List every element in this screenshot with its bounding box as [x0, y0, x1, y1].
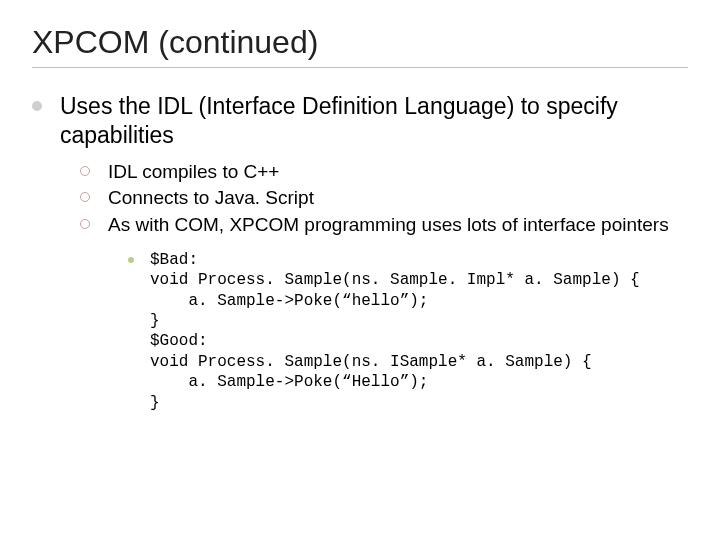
code-text: $Bad: void Process. Sample(ns. Sample. I… [150, 250, 640, 414]
level2-list: IDL compiles to C++ Connects to Java. Sc… [80, 160, 688, 238]
list-item: Connects to Java. Script [80, 186, 688, 211]
code-block: $Bad: void Process. Sample(ns. Sample. I… [128, 250, 688, 414]
code-line: $Bad: [150, 251, 198, 269]
code-line: void Process. Sample(ns. Sample. Impl* a… [150, 271, 640, 289]
list-item: As with COM, XPCOM programming uses lots… [80, 213, 688, 238]
level2-text: IDL compiles to C++ [108, 160, 279, 185]
level1-text: Uses the IDL (Interface Definition Langu… [60, 92, 688, 150]
disc-icon [32, 92, 60, 150]
title-rule [32, 67, 688, 68]
slide-title: XPCOM (continued) [32, 24, 688, 61]
dot-icon [128, 250, 150, 414]
list-item: IDL compiles to C++ [80, 160, 688, 185]
code-line: $Good: [150, 332, 208, 350]
circle-icon [80, 213, 108, 238]
slide: XPCOM (continued) Uses the IDL (Interfac… [0, 0, 720, 540]
circle-icon [80, 186, 108, 211]
code-line: } [150, 312, 160, 330]
code-line: } [150, 394, 160, 412]
code-line: a. Sample->Poke(“hello”); [150, 292, 428, 310]
code-line: a. Sample->Poke(“Hello”); [150, 373, 428, 391]
bullet-level1: Uses the IDL (Interface Definition Langu… [32, 92, 688, 150]
circle-icon [80, 160, 108, 185]
code-line: void Process. Sample(ns. ISample* a. Sam… [150, 353, 592, 371]
level2-text: Connects to Java. Script [108, 186, 314, 211]
level2-text: As with COM, XPCOM programming uses lots… [108, 213, 669, 238]
